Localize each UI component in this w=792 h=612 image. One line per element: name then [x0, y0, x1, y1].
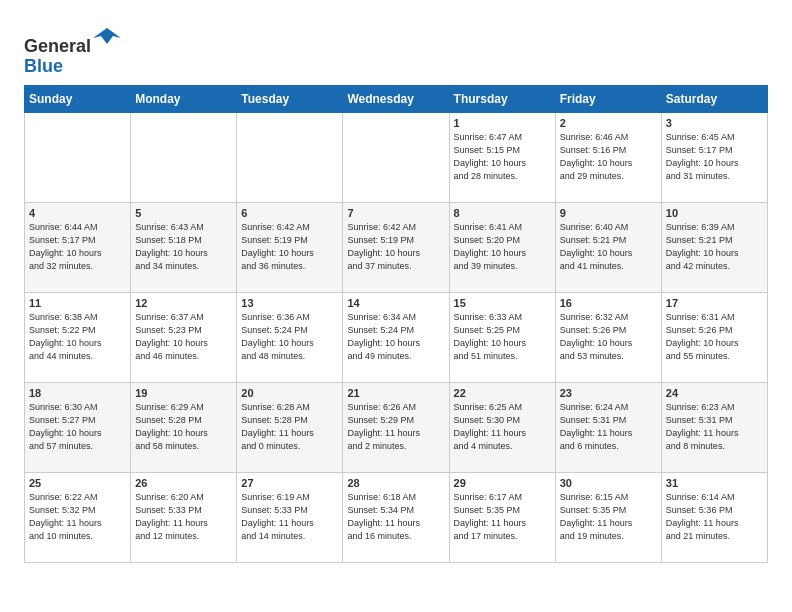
day-info: Sunrise: 6:18 AM Sunset: 5:34 PM Dayligh… — [347, 491, 444, 543]
calendar-cell: 21Sunrise: 6:26 AM Sunset: 5:29 PM Dayli… — [343, 382, 449, 472]
day-number: 11 — [29, 297, 126, 309]
day-info: Sunrise: 6:24 AM Sunset: 5:31 PM Dayligh… — [560, 401, 657, 453]
calendar-cell — [237, 112, 343, 202]
day-info: Sunrise: 6:23 AM Sunset: 5:31 PM Dayligh… — [666, 401, 763, 453]
day-info: Sunrise: 6:42 AM Sunset: 5:19 PM Dayligh… — [241, 221, 338, 273]
calendar-cell: 2Sunrise: 6:46 AM Sunset: 5:16 PM Daylig… — [555, 112, 661, 202]
day-info: Sunrise: 6:19 AM Sunset: 5:33 PM Dayligh… — [241, 491, 338, 543]
calendar-cell — [131, 112, 237, 202]
day-info: Sunrise: 6:40 AM Sunset: 5:21 PM Dayligh… — [560, 221, 657, 273]
col-header-monday: Monday — [131, 85, 237, 112]
svg-marker-0 — [93, 28, 121, 44]
day-info: Sunrise: 6:17 AM Sunset: 5:35 PM Dayligh… — [454, 491, 551, 543]
calendar-cell: 5Sunrise: 6:43 AM Sunset: 5:18 PM Daylig… — [131, 202, 237, 292]
day-number: 6 — [241, 207, 338, 219]
day-info: Sunrise: 6:38 AM Sunset: 5:22 PM Dayligh… — [29, 311, 126, 363]
day-info: Sunrise: 6:25 AM Sunset: 5:30 PM Dayligh… — [454, 401, 551, 453]
calendar-cell: 19Sunrise: 6:29 AM Sunset: 5:28 PM Dayli… — [131, 382, 237, 472]
day-info: Sunrise: 6:36 AM Sunset: 5:24 PM Dayligh… — [241, 311, 338, 363]
day-number: 24 — [666, 387, 763, 399]
page-header: General Blue — [24, 20, 768, 77]
calendar-cell: 4Sunrise: 6:44 AM Sunset: 5:17 PM Daylig… — [25, 202, 131, 292]
day-number: 7 — [347, 207, 444, 219]
day-number: 16 — [560, 297, 657, 309]
calendar-cell: 11Sunrise: 6:38 AM Sunset: 5:22 PM Dayli… — [25, 292, 131, 382]
day-info: Sunrise: 6:30 AM Sunset: 5:27 PM Dayligh… — [29, 401, 126, 453]
day-number: 3 — [666, 117, 763, 129]
day-number: 13 — [241, 297, 338, 309]
day-number: 27 — [241, 477, 338, 489]
day-info: Sunrise: 6:33 AM Sunset: 5:25 PM Dayligh… — [454, 311, 551, 363]
day-info: Sunrise: 6:47 AM Sunset: 5:15 PM Dayligh… — [454, 131, 551, 183]
day-number: 18 — [29, 387, 126, 399]
calendar-cell: 6Sunrise: 6:42 AM Sunset: 5:19 PM Daylig… — [237, 202, 343, 292]
calendar-cell: 29Sunrise: 6:17 AM Sunset: 5:35 PM Dayli… — [449, 472, 555, 562]
day-number: 9 — [560, 207, 657, 219]
calendar-cell: 3Sunrise: 6:45 AM Sunset: 5:17 PM Daylig… — [661, 112, 767, 202]
day-info: Sunrise: 6:15 AM Sunset: 5:35 PM Dayligh… — [560, 491, 657, 543]
calendar-cell: 7Sunrise: 6:42 AM Sunset: 5:19 PM Daylig… — [343, 202, 449, 292]
calendar-week-1: 1Sunrise: 6:47 AM Sunset: 5:15 PM Daylig… — [25, 112, 768, 202]
day-number: 28 — [347, 477, 444, 489]
day-info: Sunrise: 6:44 AM Sunset: 5:17 PM Dayligh… — [29, 221, 126, 273]
calendar-cell: 22Sunrise: 6:25 AM Sunset: 5:30 PM Dayli… — [449, 382, 555, 472]
calendar-cell: 14Sunrise: 6:34 AM Sunset: 5:24 PM Dayli… — [343, 292, 449, 382]
calendar-cell: 16Sunrise: 6:32 AM Sunset: 5:26 PM Dayli… — [555, 292, 661, 382]
logo-blue: Blue — [24, 56, 63, 76]
day-info: Sunrise: 6:41 AM Sunset: 5:20 PM Dayligh… — [454, 221, 551, 273]
day-info: Sunrise: 6:26 AM Sunset: 5:29 PM Dayligh… — [347, 401, 444, 453]
day-number: 12 — [135, 297, 232, 309]
col-header-wednesday: Wednesday — [343, 85, 449, 112]
calendar-cell: 23Sunrise: 6:24 AM Sunset: 5:31 PM Dayli… — [555, 382, 661, 472]
logo: General Blue — [24, 24, 121, 77]
calendar-cell: 8Sunrise: 6:41 AM Sunset: 5:20 PM Daylig… — [449, 202, 555, 292]
day-number: 2 — [560, 117, 657, 129]
calendar-cell: 9Sunrise: 6:40 AM Sunset: 5:21 PM Daylig… — [555, 202, 661, 292]
day-number: 25 — [29, 477, 126, 489]
calendar-week-2: 4Sunrise: 6:44 AM Sunset: 5:17 PM Daylig… — [25, 202, 768, 292]
day-info: Sunrise: 6:45 AM Sunset: 5:17 PM Dayligh… — [666, 131, 763, 183]
day-info: Sunrise: 6:42 AM Sunset: 5:19 PM Dayligh… — [347, 221, 444, 273]
logo-general: General — [24, 36, 91, 56]
day-info: Sunrise: 6:39 AM Sunset: 5:21 PM Dayligh… — [666, 221, 763, 273]
day-number: 30 — [560, 477, 657, 489]
day-number: 14 — [347, 297, 444, 309]
day-info: Sunrise: 6:28 AM Sunset: 5:28 PM Dayligh… — [241, 401, 338, 453]
day-number: 20 — [241, 387, 338, 399]
calendar-cell: 30Sunrise: 6:15 AM Sunset: 5:35 PM Dayli… — [555, 472, 661, 562]
calendar-cell — [25, 112, 131, 202]
day-number: 21 — [347, 387, 444, 399]
calendar-cell — [343, 112, 449, 202]
day-number: 15 — [454, 297, 551, 309]
day-info: Sunrise: 6:46 AM Sunset: 5:16 PM Dayligh… — [560, 131, 657, 183]
day-number: 4 — [29, 207, 126, 219]
col-header-friday: Friday — [555, 85, 661, 112]
day-info: Sunrise: 6:14 AM Sunset: 5:36 PM Dayligh… — [666, 491, 763, 543]
day-info: Sunrise: 6:31 AM Sunset: 5:26 PM Dayligh… — [666, 311, 763, 363]
day-number: 26 — [135, 477, 232, 489]
calendar-cell: 20Sunrise: 6:28 AM Sunset: 5:28 PM Dayli… — [237, 382, 343, 472]
day-number: 29 — [454, 477, 551, 489]
calendar-cell: 15Sunrise: 6:33 AM Sunset: 5:25 PM Dayli… — [449, 292, 555, 382]
calendar-cell: 27Sunrise: 6:19 AM Sunset: 5:33 PM Dayli… — [237, 472, 343, 562]
calendar-week-4: 18Sunrise: 6:30 AM Sunset: 5:27 PM Dayli… — [25, 382, 768, 472]
day-info: Sunrise: 6:20 AM Sunset: 5:33 PM Dayligh… — [135, 491, 232, 543]
calendar-week-5: 25Sunrise: 6:22 AM Sunset: 5:32 PM Dayli… — [25, 472, 768, 562]
calendar-cell: 13Sunrise: 6:36 AM Sunset: 5:24 PM Dayli… — [237, 292, 343, 382]
calendar-cell: 28Sunrise: 6:18 AM Sunset: 5:34 PM Dayli… — [343, 472, 449, 562]
col-header-tuesday: Tuesday — [237, 85, 343, 112]
day-number: 17 — [666, 297, 763, 309]
calendar-week-3: 11Sunrise: 6:38 AM Sunset: 5:22 PM Dayli… — [25, 292, 768, 382]
calendar-cell: 26Sunrise: 6:20 AM Sunset: 5:33 PM Dayli… — [131, 472, 237, 562]
day-number: 31 — [666, 477, 763, 489]
day-info: Sunrise: 6:37 AM Sunset: 5:23 PM Dayligh… — [135, 311, 232, 363]
calendar-cell: 25Sunrise: 6:22 AM Sunset: 5:32 PM Dayli… — [25, 472, 131, 562]
calendar-cell: 31Sunrise: 6:14 AM Sunset: 5:36 PM Dayli… — [661, 472, 767, 562]
day-number: 23 — [560, 387, 657, 399]
calendar-cell: 18Sunrise: 6:30 AM Sunset: 5:27 PM Dayli… — [25, 382, 131, 472]
day-number: 10 — [666, 207, 763, 219]
calendar-cell: 1Sunrise: 6:47 AM Sunset: 5:15 PM Daylig… — [449, 112, 555, 202]
calendar-header-row: SundayMondayTuesdayWednesdayThursdayFrid… — [25, 85, 768, 112]
logo-bird-icon — [93, 24, 121, 52]
day-info: Sunrise: 6:22 AM Sunset: 5:32 PM Dayligh… — [29, 491, 126, 543]
